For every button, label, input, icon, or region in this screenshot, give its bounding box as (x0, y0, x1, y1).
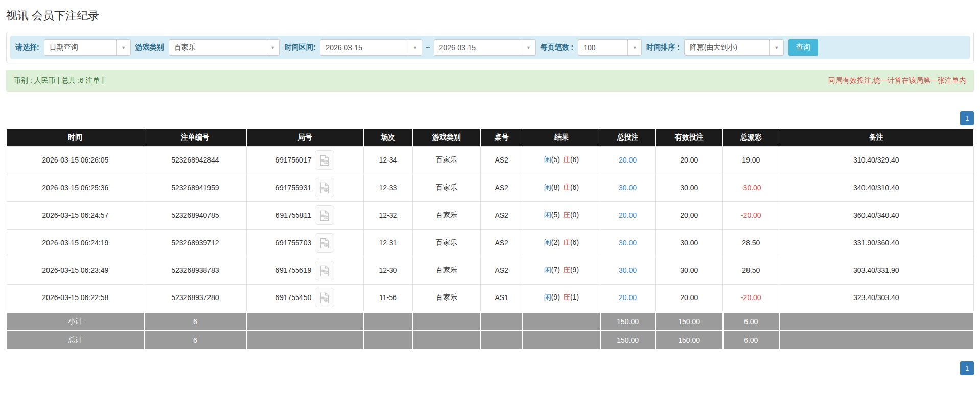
page-1-button[interactable]: 1 (960, 111, 974, 125)
result-player-score: (5) (551, 211, 560, 219)
round-id-text: 691755931 (275, 183, 311, 192)
cell-payout: 19.00 (723, 146, 779, 174)
cell-game-type: 百家乐 (413, 284, 480, 312)
cell-round-id: 691755450 (246, 284, 363, 312)
table-row: 2026-03-15 06:22:58 523268937280 6917554… (7, 284, 973, 312)
header-remark: 备注 (779, 129, 973, 146)
header-total-bet: 总投注 (600, 129, 656, 146)
date-to-select[interactable]: 2026-03-15 ▼ (434, 39, 536, 56)
video-record-button[interactable] (315, 178, 334, 197)
cell-time: 2026-03-15 06:24:19 (7, 229, 144, 257)
cell-result: 闲(9)庄(1) (523, 284, 600, 312)
cell-round-id: 691755811 (246, 201, 363, 229)
cell-remark: 303.40/331.90 (779, 257, 973, 284)
header-table-no: 桌号 (480, 129, 523, 146)
total-label: 总计 (7, 331, 144, 350)
total-bet-link[interactable]: 20.00 (619, 293, 637, 302)
total-count: 6 (144, 331, 247, 350)
subtotal-payout: 6.00 (723, 312, 779, 331)
cell-round-id: 691755931 (246, 174, 363, 201)
cell-total-bet: 30.00 (600, 257, 656, 284)
header-result: 结果 (523, 129, 600, 146)
subtotal-row: 小计 6 150.00 150.00 6.00 (7, 312, 973, 331)
cell-time: 2026-03-15 06:26:05 (7, 146, 144, 174)
cell-remark: 310.40/329.40 (779, 146, 973, 174)
total-bet-link[interactable]: 30.00 (619, 266, 637, 274)
query-type-value: 日期查询 (44, 43, 116, 52)
cell-bet-id: 523268937280 (144, 284, 247, 312)
query-type-select[interactable]: 日期查询 ▼ (44, 39, 131, 56)
page-size-label: 每页笔数 : (541, 43, 574, 52)
result-banker-score: (6) (570, 155, 579, 164)
round-id-text: 691755811 (276, 211, 311, 219)
total-payout: 6.00 (723, 331, 779, 350)
video-record-button[interactable] (315, 233, 334, 253)
result-player: 闲 (544, 211, 551, 219)
video-record-button[interactable] (315, 288, 334, 307)
result-banker: 庄 (563, 183, 570, 191)
total-total-bet: 150.00 (600, 331, 656, 350)
video-record-button[interactable] (315, 261, 334, 280)
video-record-button[interactable] (315, 205, 334, 225)
game-type-label: 游戏类别 (135, 43, 164, 52)
total-bet-link[interactable]: 30.00 (619, 239, 637, 247)
chevron-down-icon: ▼ (627, 40, 641, 55)
cell-game-type: 百家乐 (413, 174, 480, 201)
video-record-icon (319, 154, 330, 166)
date-from-value: 2026-03-15 (320, 43, 408, 52)
game-type-select[interactable]: 百家乐 ▼ (169, 39, 280, 56)
cell-remark: 331.90/360.40 (779, 229, 973, 257)
result-player: 闲 (544, 155, 551, 164)
time-sort-value: 降冪(由大到小) (685, 43, 769, 52)
cell-bet-id: 523268940785 (144, 201, 247, 229)
cell-game-type: 百家乐 (413, 229, 480, 257)
cell-total-bet: 20.00 (600, 201, 656, 229)
total-bet-link[interactable]: 20.00 (619, 156, 637, 164)
table-body: 2026-03-15 06:26:05 523268942844 6917560… (7, 146, 973, 312)
cell-time: 2026-03-15 06:22:58 (7, 284, 144, 312)
chevron-down-icon: ▼ (116, 40, 130, 55)
time-sort-select[interactable]: 降冪(由大到小) ▼ (684, 39, 784, 56)
table-header: 时间 注单编号 局号 场次 游戏类别 桌号 结果 总投注 有效投注 总派彩 备注 (7, 129, 973, 146)
search-button[interactable]: 查询 (788, 39, 818, 56)
cell-table-no: AS2 (480, 201, 523, 229)
cell-result: 闲(5)庄(6) (523, 146, 600, 174)
cell-bet-id: 523268941959 (144, 174, 247, 201)
result-banker: 庄 (563, 155, 570, 164)
cell-round-id: 691756017 (246, 146, 363, 174)
time-range-label: 时间区间: (285, 43, 316, 52)
cell-game-type: 百家乐 (413, 257, 480, 284)
result-player: 闲 (544, 238, 551, 246)
page-1-button[interactable]: 1 (960, 361, 974, 375)
currency-summary-text: 币别 : 人民币 | 总共 :6 注单 | (14, 76, 104, 85)
date-to-value: 2026-03-15 (434, 43, 522, 52)
cell-session: 12-34 (363, 146, 412, 174)
cell-game-type: 百家乐 (413, 146, 480, 174)
page-size-select[interactable]: 100 ▼ (578, 39, 642, 56)
chevron-down-icon: ▼ (266, 40, 279, 55)
total-bet-link[interactable]: 30.00 (619, 183, 637, 192)
cell-payout: 28.50 (723, 229, 779, 257)
cell-time: 2026-03-15 06:23:49 (7, 257, 144, 284)
cell-session: 11-56 (363, 284, 412, 312)
result-player-score: (7) (551, 266, 560, 274)
cell-valid-bet: 30.00 (655, 257, 722, 284)
result-banker-score: (1) (570, 293, 579, 301)
subtotal-count: 6 (144, 312, 247, 331)
header-bet-id: 注单编号 (144, 129, 247, 146)
result-banker: 庄 (563, 238, 570, 246)
cell-table-no: AS2 (480, 174, 523, 201)
round-id-text: 691755703 (275, 239, 311, 247)
total-bet-link[interactable]: 20.00 (619, 211, 637, 219)
total-valid-bet: 150.00 (655, 331, 722, 350)
header-valid-bet: 有效投注 (655, 129, 722, 146)
date-from-select[interactable]: 2026-03-15 ▼ (320, 39, 422, 56)
video-record-button[interactable] (315, 150, 334, 170)
table-row: 2026-03-15 06:26:05 523268942844 6917560… (7, 146, 973, 174)
chevron-down-icon: ▼ (522, 40, 535, 55)
cell-total-bet: 30.00 (600, 229, 656, 257)
cell-total-bet: 30.00 (600, 174, 656, 201)
select-type-label: 请选择: (15, 43, 39, 52)
header-time: 时间 (7, 129, 144, 146)
video-record-icon (319, 237, 330, 248)
